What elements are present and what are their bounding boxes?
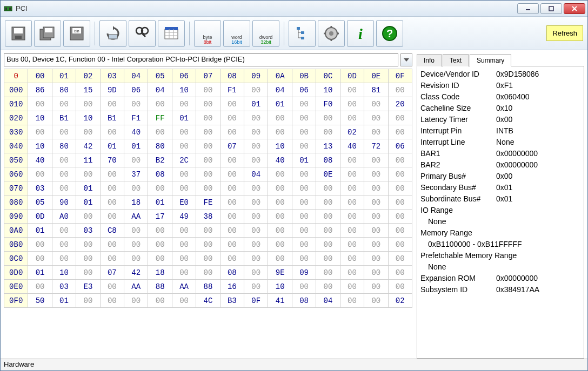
hex-cell[interactable]: 00 <box>364 252 388 266</box>
hex-cell[interactable]: 00 <box>196 252 220 266</box>
hex-cell[interactable]: 00 <box>100 195 124 210</box>
help-button[interactable]: ? <box>376 20 403 47</box>
hex-cell[interactable]: AA <box>172 280 196 294</box>
hex-cell[interactable]: 00 <box>364 224 388 238</box>
hex-cell[interactable]: 00 <box>196 153 220 167</box>
hex-cell[interactable]: AA <box>124 280 148 294</box>
hex-cell[interactable]: 00 <box>388 224 412 238</box>
hex-cell[interactable]: 70 <box>100 153 124 167</box>
hex-cell[interactable]: 00 <box>292 139 316 153</box>
hex-cell[interactable]: 17 <box>148 210 172 224</box>
hex-cell[interactable]: 00 <box>196 167 220 181</box>
hex-cell[interactable]: 00 <box>244 111 268 125</box>
hex-cell[interactable]: 00 <box>244 224 268 238</box>
info-button[interactable]: i <box>347 20 374 47</box>
hex-cell[interactable]: 00 <box>244 266 268 280</box>
hex-cell[interactable]: 08 <box>316 153 340 167</box>
hex-cell[interactable]: 00 <box>172 294 196 308</box>
hex-cell[interactable]: 00 <box>220 181 244 195</box>
hex-cell[interactable]: 00 <box>148 181 172 195</box>
hex-cell[interactable]: 00 <box>316 280 340 294</box>
hex-cell[interactable]: 00 <box>148 125 172 139</box>
hex-cell[interactable]: 00 <box>268 224 292 238</box>
hex-cell[interactable]: 00 <box>172 139 196 153</box>
hex-cell[interactable]: 01 <box>172 111 196 125</box>
hex-cell[interactable]: 00 <box>52 238 76 252</box>
hex-cell[interactable]: 00 <box>244 153 268 167</box>
hex-cell[interactable]: 00 <box>244 195 268 210</box>
hex-cell[interactable]: 00 <box>388 83 412 97</box>
hex-grid[interactable]: 0000102030405060708090A0B0C0D0E0F0008680… <box>4 69 412 359</box>
hex-cell[interactable]: 10 <box>28 139 52 153</box>
hex-cell[interactable]: 01 <box>124 139 148 153</box>
hex-cell[interactable]: 00 <box>244 181 268 195</box>
hex-cell[interactable]: 00 <box>364 153 388 167</box>
hex-cell[interactable]: 41 <box>268 294 292 308</box>
hex-cell[interactable]: 04 <box>148 83 172 97</box>
hex-cell[interactable]: 10 <box>76 111 100 125</box>
hex-cell[interactable]: 00 <box>52 252 76 266</box>
hex-cell[interactable]: 00 <box>364 280 388 294</box>
hex-cell[interactable]: 00 <box>76 167 100 181</box>
hex-cell[interactable]: 00 <box>268 111 292 125</box>
hex-cell[interactable]: 10 <box>52 266 76 280</box>
hex-cell[interactable]: 00 <box>76 252 100 266</box>
hex-cell[interactable]: 10 <box>28 111 52 125</box>
hex-cell[interactable]: 86 <box>28 83 52 97</box>
hex-cell[interactable]: 00 <box>316 266 340 280</box>
hex-cell[interactable]: 00 <box>100 167 124 181</box>
grid-button[interactable] <box>158 20 185 47</box>
hex-cell[interactable]: 00 <box>388 280 412 294</box>
hex-cell[interactable]: 00 <box>172 238 196 252</box>
hex-cell[interactable]: 18 <box>148 266 172 280</box>
hex-cell[interactable]: 01 <box>148 195 172 210</box>
hex-cell[interactable]: 00 <box>340 181 364 195</box>
hex-cell[interactable]: 00 <box>196 238 220 252</box>
hex-cell[interactable]: 00 <box>124 97 148 111</box>
hex-cell[interactable]: B2 <box>148 153 172 167</box>
hex-cell[interactable]: 00 <box>28 280 52 294</box>
hex-cell[interactable]: 00 <box>292 167 316 181</box>
hex-cell[interactable]: 09 <box>292 266 316 280</box>
hex-cell[interactable]: 00 <box>268 252 292 266</box>
hex-cell[interactable]: 00 <box>340 280 364 294</box>
hex-cell[interactable]: 00 <box>28 97 52 111</box>
hex-cell[interactable]: 00 <box>292 97 316 111</box>
hex-cell[interactable]: 00 <box>244 280 268 294</box>
hex-cell[interactable]: 00 <box>148 238 172 252</box>
hex-cell[interactable]: 00 <box>268 195 292 210</box>
hex-cell[interactable]: 00 <box>388 167 412 181</box>
hex-cell[interactable]: A0 <box>52 210 76 224</box>
hex-cell[interactable]: 10 <box>268 280 292 294</box>
hex-cell[interactable]: 00 <box>76 210 100 224</box>
hex-cell[interactable]: 13 <box>316 139 340 153</box>
hex-cell[interactable]: 04 <box>268 83 292 97</box>
hex-cell[interactable]: 00 <box>340 238 364 252</box>
hex-cell[interactable]: 00 <box>388 153 412 167</box>
hex-cell[interactable]: 01 <box>76 181 100 195</box>
hex-cell[interactable]: 80 <box>148 139 172 153</box>
hex-cell[interactable]: 00 <box>124 181 148 195</box>
hex-cell[interactable]: 00 <box>388 125 412 139</box>
hex-cell[interactable]: 40 <box>124 125 148 139</box>
refresh-button[interactable]: Refresh <box>546 25 583 41</box>
hex-cell[interactable]: 00 <box>340 83 364 97</box>
hex-cell[interactable]: 9E <box>268 266 292 280</box>
hex-cell[interactable]: 06 <box>292 83 316 97</box>
hex-cell[interactable]: 00 <box>292 224 316 238</box>
hex-cell[interactable]: E3 <box>76 280 100 294</box>
hex-cell[interactable]: 00 <box>244 125 268 139</box>
hex-cell[interactable]: 00 <box>388 111 412 125</box>
hex-cell[interactable]: 00 <box>100 252 124 266</box>
hex-cell[interactable]: 00 <box>196 181 220 195</box>
hex-cell[interactable]: B3 <box>220 294 244 308</box>
hex-cell[interactable]: 00 <box>172 252 196 266</box>
hex-cell[interactable]: C8 <box>100 224 124 238</box>
hex-cell[interactable]: 00 <box>148 97 172 111</box>
hex-cell[interactable]: B1 <box>52 111 76 125</box>
hex-cell[interactable]: 00 <box>52 97 76 111</box>
hex-cell[interactable]: 37 <box>124 167 148 181</box>
hex-cell[interactable]: 00 <box>196 224 220 238</box>
hex-cell[interactable]: 00 <box>196 111 220 125</box>
hex-cell[interactable]: 00 <box>52 181 76 195</box>
